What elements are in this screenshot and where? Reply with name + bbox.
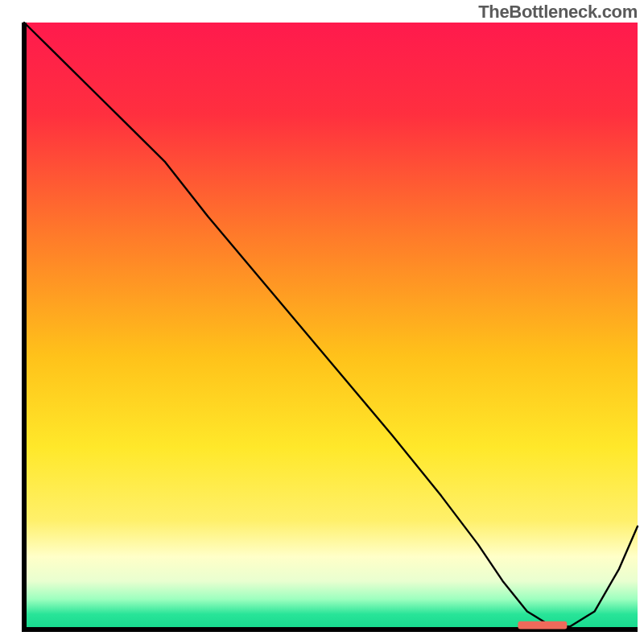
bottleneck-plot — [0, 0, 644, 644]
chart-frame: TheBottleneck.com — [0, 0, 644, 644]
optimal-range-marker — [518, 621, 567, 630]
